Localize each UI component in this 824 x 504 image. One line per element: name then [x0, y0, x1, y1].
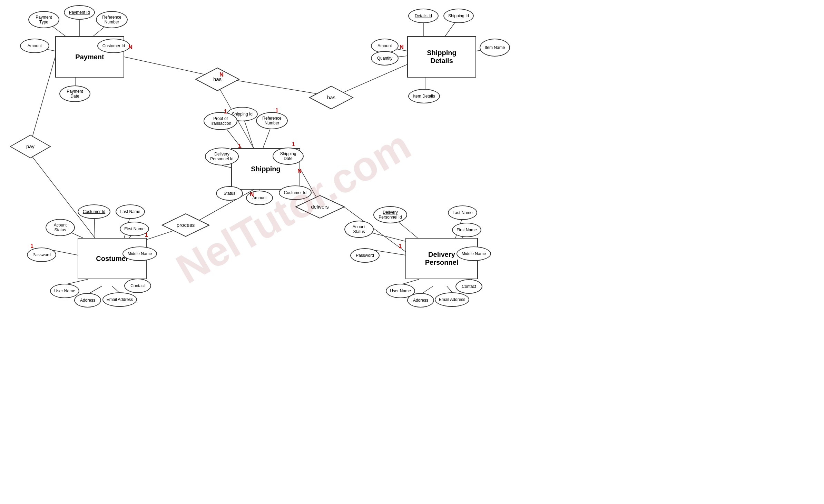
- payment-label: Payment: [75, 53, 104, 61]
- svg-line-18: [243, 117, 254, 148]
- contact-dp-label: Contact: [462, 284, 476, 289]
- svg-line-16: [31, 57, 55, 141]
- amount-shipping-label: Amount: [252, 195, 266, 200]
- cardinality-delivers-dp: 1: [399, 243, 402, 249]
- amount-payment-oval: Amount: [20, 39, 49, 53]
- password-dp-label: Password: [356, 253, 374, 258]
- address-dp-label: Address: [413, 298, 428, 303]
- payment-type-label: PaymentType: [36, 15, 52, 24]
- costumer-id-oval: Costumer Id: [78, 204, 110, 219]
- email-address-costumer-label: Email Address: [107, 297, 133, 302]
- password-dp-oval: Password: [350, 248, 380, 263]
- customer-id-payment-oval: Customer Id: [97, 39, 130, 53]
- user-name-dp-label: User Name: [390, 289, 411, 293]
- middle-name-costumer-oval: Middle Name: [122, 246, 157, 261]
- cardinality-pay-costumer: 1: [30, 243, 33, 249]
- costumer-id-label: Costumer Id: [83, 209, 105, 214]
- costumer-id-shipping-label: Costumer Id: [284, 190, 306, 195]
- er-diagram-canvas: Payment Shipping Shipping Details Costum…: [0, 0, 824, 504]
- shipping-id-details-oval: Shipping Id: [443, 9, 474, 23]
- account-status-costumer-label: AcountStatus: [54, 223, 67, 232]
- middle-name-dp-oval: Middle Name: [457, 246, 491, 261]
- amount-payment-label: Amount: [28, 43, 42, 48]
- delivery-personnel-id-label: DeliveryPersonnel Id: [210, 152, 233, 161]
- cardinality-has1-right: N: [219, 72, 224, 78]
- shipping-date-label: ShippingDate: [280, 151, 296, 161]
- contact-costumer-label: Contact: [130, 283, 145, 288]
- shipping-id-label: Shipping Id: [232, 112, 253, 117]
- svg-text:has: has: [327, 94, 335, 100]
- svg-text:delivers: delivers: [311, 204, 329, 210]
- amount-details-label: Amount: [377, 43, 392, 48]
- cardinality-shipping-process: N: [250, 191, 254, 198]
- payment-id-oval: Payment Id: [64, 5, 95, 20]
- last-name-costumer-label: Last Name: [120, 209, 140, 214]
- password-costumer-label: Password: [32, 252, 51, 257]
- proof-of-transaction-label: Proof ofTransaction: [210, 116, 231, 126]
- has1-diamond: has: [195, 67, 240, 92]
- svg-line-38: [89, 286, 102, 294]
- process-diamond: process: [161, 213, 210, 238]
- status-label: Status: [224, 191, 235, 196]
- delivery-personnel-id-oval: DeliveryPersonnel Id: [205, 148, 239, 165]
- shipping-id-details-label: Shipping Id: [448, 13, 469, 18]
- first-name-dp-oval: First Name: [452, 223, 481, 237]
- reference-number-shipping-oval: ReferenceNumber: [256, 112, 288, 129]
- password-costumer-oval: Password: [27, 248, 56, 262]
- shipping-date-oval: ShippingDate: [273, 148, 304, 165]
- details-id-label: Details Id: [415, 13, 432, 18]
- address-costumer-oval: Address: [74, 293, 101, 308]
- reference-number-shipping-label: ReferenceNumber: [262, 116, 281, 125]
- email-address-dp-oval: Email Address: [435, 292, 469, 307]
- account-status-costumer-oval: AcountStatus: [46, 219, 75, 236]
- cardinality-shipping-details: N: [400, 44, 404, 50]
- svg-line-36: [66, 279, 88, 284]
- delivery-personnel-id-dp-oval: DeliveryPersonnel Id: [373, 206, 407, 223]
- last-name-dp-oval: Last Name: [448, 205, 477, 220]
- cardinality-shipping-delivers: N: [297, 168, 302, 174]
- proof-of-transaction-oval: Proof ofTransaction: [204, 112, 237, 130]
- contact-dp-oval: Contact: [455, 279, 482, 294]
- cardinality-has2-shipping: 1: [292, 141, 295, 148]
- svg-line-49: [447, 286, 453, 293]
- cardinality-reference-number: 1: [275, 108, 278, 114]
- quantity-details-label: Quantity: [377, 56, 393, 61]
- address-dp-oval: Address: [407, 293, 434, 308]
- item-details-label: Item Details: [413, 94, 435, 99]
- cardinality-has1-shipping: 1: [238, 143, 241, 149]
- svg-line-48: [422, 286, 433, 294]
- status-oval: Status: [216, 186, 243, 201]
- customer-id-payment-label: Customer Id: [102, 43, 125, 48]
- item-name-label: Item Name: [485, 45, 505, 50]
- delivery-personnel-id-dp-label: DeliveryPersonnel Id: [379, 210, 402, 220]
- costumer-id-shipping-oval: Costumer Id: [279, 185, 312, 200]
- payment-date-oval: PaymentDate: [59, 85, 90, 102]
- last-name-costumer-oval: Last Name: [116, 204, 145, 219]
- pay-diamond: pay: [10, 134, 51, 160]
- cardinality-proof: 1: [224, 109, 227, 115]
- svg-text:process: process: [177, 222, 195, 228]
- address-costumer-label: Address: [80, 298, 95, 303]
- user-name-costumer-label: User Name: [54, 289, 75, 293]
- shipping-label: Shipping: [251, 165, 281, 173]
- cardinality-payment-has1: N: [128, 44, 133, 50]
- delivery-personnel-label: Delivery Personnel: [425, 251, 459, 266]
- account-status-dp-label: AcountStatus: [353, 224, 365, 234]
- has2-diamond: has: [309, 85, 354, 111]
- svg-text:pay: pay: [26, 143, 35, 149]
- svg-line-39: [112, 286, 120, 293]
- user-name-costumer-oval: User Name: [50, 284, 79, 298]
- email-address-dp-label: Email Address: [439, 297, 465, 302]
- shipping-details-label: Shipping Details: [427, 49, 457, 65]
- details-id-oval: Details Id: [408, 9, 439, 23]
- cardinality-process-costumer: 1: [145, 232, 148, 238]
- item-details-oval: Item Details: [408, 89, 440, 103]
- reference-number-payment-label: ReferenceNumber: [102, 15, 121, 24]
- payment-date-label: PaymentDate: [67, 89, 83, 99]
- quantity-details-oval: Quantity: [371, 51, 399, 65]
- item-name-oval: Item Name: [480, 39, 510, 57]
- payment-id-label: Payment Id: [69, 10, 90, 15]
- first-name-costumer-label: First Name: [124, 226, 145, 231]
- first-name-dp-label: First Name: [457, 228, 477, 232]
- payment-type-oval: PaymentType: [28, 11, 59, 28]
